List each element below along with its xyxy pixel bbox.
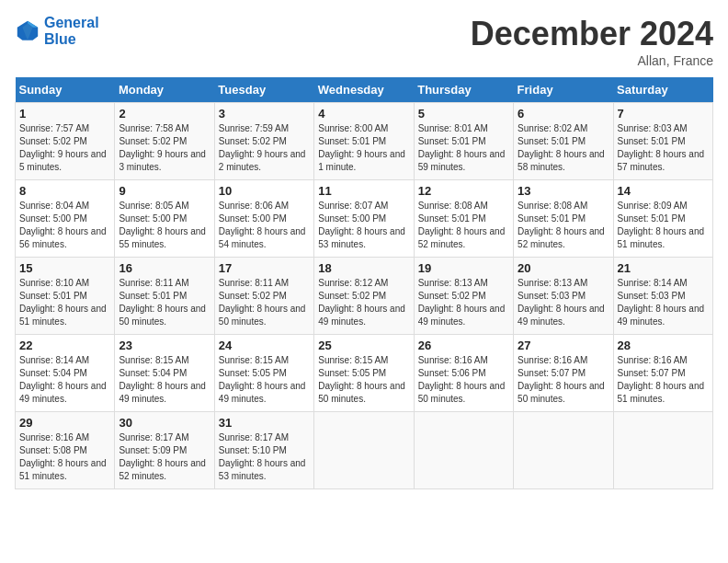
calendar-week-1: 1Sunrise: 7:57 AM Sunset: 5:02 PM Daylig… [16,103,713,180]
calendar-week-5: 29Sunrise: 8:16 AM Sunset: 5:08 PM Dayli… [16,412,713,489]
calendar-cell: 14Sunrise: 8:09 AM Sunset: 5:01 PM Dayli… [613,180,712,258]
calendar-cell [514,412,613,489]
calendar-cell: 12Sunrise: 8:08 AM Sunset: 5:01 PM Dayli… [414,180,513,258]
calendar-cell: 21Sunrise: 8:14 AM Sunset: 5:03 PM Dayli… [613,258,712,335]
calendar-cell: 5Sunrise: 8:01 AM Sunset: 5:01 PM Daylig… [414,103,513,180]
day-number: 5 [418,107,509,121]
day-number: 19 [418,261,509,275]
day-number: 10 [219,184,310,198]
header-day-tuesday: Tuesday [214,77,313,103]
calendar-cell [314,412,414,489]
calendar-cell [414,412,513,489]
day-info: Sunrise: 8:13 AM Sunset: 5:02 PM Dayligh… [418,277,509,328]
day-info: Sunrise: 8:14 AM Sunset: 5:04 PM Dayligh… [19,354,110,406]
header-day-sunday: Sunday [16,77,115,103]
calendar-cell: 9Sunrise: 8:05 AM Sunset: 5:00 PM Daylig… [115,180,214,258]
day-info: Sunrise: 7:58 AM Sunset: 5:02 PM Dayligh… [119,122,210,174]
calendar-cell: 7Sunrise: 8:03 AM Sunset: 5:01 PM Daylig… [613,103,712,180]
calendar-cell: 27Sunrise: 8:16 AM Sunset: 5:07 PM Dayli… [514,335,613,412]
day-number: 21 [618,261,709,275]
day-info: Sunrise: 8:16 AM Sunset: 5:07 PM Dayligh… [518,354,609,406]
header-row: SundayMondayTuesdayWednesdayThursdayFrid… [16,77,713,103]
calendar-cell: 26Sunrise: 8:16 AM Sunset: 5:06 PM Dayli… [414,335,513,412]
logo: General Blue [15,15,99,48]
day-number: 11 [318,184,409,198]
day-info: Sunrise: 8:09 AM Sunset: 5:01 PM Dayligh… [618,200,709,251]
day-number: 12 [418,184,509,198]
calendar-cell: 3Sunrise: 7:59 AM Sunset: 5:02 PM Daylig… [214,103,313,180]
calendar-cell: 15Sunrise: 8:10 AM Sunset: 5:01 PM Dayli… [16,258,115,335]
day-number: 27 [518,339,609,352]
calendar-cell: 31Sunrise: 8:17 AM Sunset: 5:10 PM Dayli… [214,412,313,489]
day-info: Sunrise: 8:16 AM Sunset: 5:06 PM Dayligh… [418,354,509,406]
day-info: Sunrise: 8:05 AM Sunset: 5:00 PM Dayligh… [119,200,210,251]
day-number: 16 [119,261,210,275]
calendar-cell: 19Sunrise: 8:13 AM Sunset: 5:02 PM Dayli… [414,258,513,335]
day-number: 7 [618,107,709,121]
day-number: 3 [219,107,310,121]
header-day-wednesday: Wednesday [314,77,414,103]
day-number: 13 [518,184,609,198]
day-info: Sunrise: 8:06 AM Sunset: 5:00 PM Dayligh… [219,200,310,251]
day-info: Sunrise: 8:02 AM Sunset: 5:01 PM Dayligh… [518,122,609,174]
day-number: 1 [19,107,110,121]
day-info: Sunrise: 8:10 AM Sunset: 5:01 PM Dayligh… [19,277,110,328]
calendar-cell: 22Sunrise: 8:14 AM Sunset: 5:04 PM Dayli… [16,335,115,412]
calendar-cell: 30Sunrise: 8:17 AM Sunset: 5:09 PM Dayli… [115,412,214,489]
header-day-thursday: Thursday [414,77,513,103]
calendar-cell: 1Sunrise: 7:57 AM Sunset: 5:02 PM Daylig… [16,103,115,180]
page-header: General Blue December 2024 Allan, France [15,15,713,68]
logo-text: General Blue [44,15,99,48]
day-info: Sunrise: 8:17 AM Sunset: 5:10 PM Dayligh… [219,431,310,483]
day-info: Sunrise: 8:07 AM Sunset: 5:00 PM Dayligh… [318,200,409,251]
calendar-cell: 28Sunrise: 8:16 AM Sunset: 5:07 PM Dayli… [613,335,712,412]
header-day-friday: Friday [514,77,613,103]
day-info: Sunrise: 8:17 AM Sunset: 5:09 PM Dayligh… [119,431,210,483]
day-info: Sunrise: 8:08 AM Sunset: 5:01 PM Dayligh… [418,200,509,251]
day-number: 9 [119,184,210,198]
day-info: Sunrise: 8:11 AM Sunset: 5:02 PM Dayligh… [219,277,310,328]
calendar-cell: 13Sunrise: 8:08 AM Sunset: 5:01 PM Dayli… [514,180,613,258]
day-info: Sunrise: 8:08 AM Sunset: 5:01 PM Dayligh… [518,200,609,251]
day-info: Sunrise: 8:12 AM Sunset: 5:02 PM Dayligh… [318,277,409,328]
calendar-cell: 6Sunrise: 8:02 AM Sunset: 5:01 PM Daylig… [514,103,613,180]
day-info: Sunrise: 7:59 AM Sunset: 5:02 PM Dayligh… [219,122,310,174]
title-area: December 2024 Allan, France [471,15,713,68]
calendar-cell: 29Sunrise: 8:16 AM Sunset: 5:08 PM Dayli… [16,412,115,489]
logo-icon [15,18,40,44]
day-number: 28 [618,339,709,352]
day-info: Sunrise: 8:00 AM Sunset: 5:01 PM Dayligh… [318,122,409,174]
header-day-monday: Monday [115,77,214,103]
calendar-cell: 20Sunrise: 8:13 AM Sunset: 5:03 PM Dayli… [514,258,613,335]
calendar-cell: 23Sunrise: 8:15 AM Sunset: 5:04 PM Dayli… [115,335,214,412]
calendar-cell: 25Sunrise: 8:15 AM Sunset: 5:05 PM Dayli… [314,335,414,412]
day-number: 17 [219,261,310,275]
day-number: 15 [19,261,110,275]
calendar-week-2: 8Sunrise: 8:04 AM Sunset: 5:00 PM Daylig… [16,180,713,258]
day-number: 22 [19,339,110,352]
day-info: Sunrise: 8:15 AM Sunset: 5:05 PM Dayligh… [219,354,310,406]
day-info: Sunrise: 8:03 AM Sunset: 5:01 PM Dayligh… [618,122,709,174]
day-number: 23 [119,339,210,352]
day-info: Sunrise: 8:16 AM Sunset: 5:07 PM Dayligh… [618,354,709,406]
day-number: 24 [219,339,310,352]
calendar-week-4: 22Sunrise: 8:14 AM Sunset: 5:04 PM Dayli… [16,335,713,412]
day-number: 18 [318,261,409,275]
day-number: 6 [518,107,609,121]
calendar-week-3: 15Sunrise: 8:10 AM Sunset: 5:01 PM Dayli… [16,258,713,335]
calendar-cell: 10Sunrise: 8:06 AM Sunset: 5:00 PM Dayli… [214,180,313,258]
day-number: 8 [19,184,110,198]
day-number: 31 [219,416,310,430]
day-number: 25 [318,339,409,352]
day-info: Sunrise: 8:13 AM Sunset: 5:03 PM Dayligh… [518,277,609,328]
day-number: 14 [618,184,709,198]
calendar-cell: 16Sunrise: 8:11 AM Sunset: 5:01 PM Dayli… [115,258,214,335]
day-info: Sunrise: 8:04 AM Sunset: 5:00 PM Dayligh… [19,200,110,251]
day-number: 2 [119,107,210,121]
day-info: Sunrise: 8:15 AM Sunset: 5:05 PM Dayligh… [318,354,409,406]
calendar-cell: 8Sunrise: 8:04 AM Sunset: 5:00 PM Daylig… [16,180,115,258]
calendar-table: SundayMondayTuesdayWednesdayThursdayFrid… [15,77,713,489]
calendar-cell: 24Sunrise: 8:15 AM Sunset: 5:05 PM Dayli… [214,335,313,412]
header-day-saturday: Saturday [613,77,712,103]
day-info: Sunrise: 8:01 AM Sunset: 5:01 PM Dayligh… [418,122,509,174]
